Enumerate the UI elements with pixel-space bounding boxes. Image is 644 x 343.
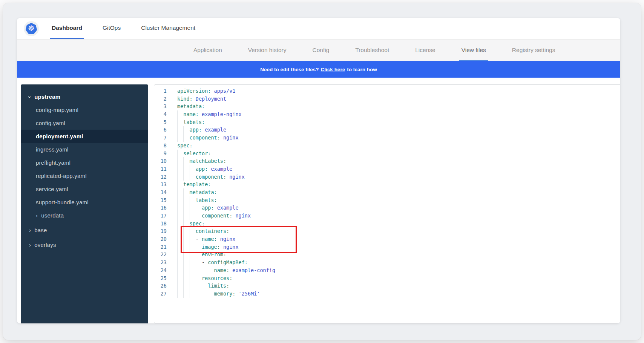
- code-editor[interactable]: 1apiVersion: apps/v12kind: Deployment3me…: [154, 84, 620, 323]
- indent-guide: [190, 235, 196, 243]
- indent-guide: [177, 212, 183, 220]
- line-number: 8: [154, 142, 173, 150]
- indent-guide: [183, 251, 189, 259]
- indent-guide: [183, 126, 189, 134]
- file-config-map-yaml[interactable]: config-map.yaml: [21, 103, 148, 116]
- tree-item-label: deployment.yaml: [36, 133, 83, 139]
- folder-overlays[interactable]: ›overlays: [21, 238, 148, 251]
- indent-guide: [177, 220, 183, 228]
- indent-guide: [177, 204, 183, 212]
- line-number: 18: [154, 220, 173, 228]
- tab-application[interactable]: Application: [191, 40, 224, 61]
- file-service-yaml[interactable]: service.yaml: [21, 182, 148, 196]
- file-support-bundle-yaml[interactable]: support-bundle.yaml: [21, 196, 148, 209]
- indent-guide: [183, 196, 189, 204]
- code-text: image: nginx: [173, 243, 239, 251]
- folder-upstream[interactable]: ›upstream: [21, 90, 148, 103]
- indent-guide: [196, 266, 202, 274]
- indent-guide: [196, 204, 202, 212]
- line-number: 12: [154, 173, 173, 181]
- indent-guide: [177, 181, 183, 188]
- indent-guide: [190, 212, 196, 220]
- code-line-11: 11app: example: [154, 165, 620, 173]
- code-text: component: nginx: [173, 212, 251, 220]
- code-text: selector:: [173, 150, 211, 158]
- code-text: kind: Deployment: [173, 95, 226, 103]
- code-line-18: 18spec:: [154, 220, 620, 228]
- tab-dashboard[interactable]: Dashboard: [50, 18, 84, 39]
- click-here-link[interactable]: Click here: [321, 67, 345, 72]
- indent-guide: [177, 282, 183, 290]
- indent-guide: [190, 196, 196, 204]
- code-text: app: example: [173, 165, 232, 173]
- tab-troubleshoot[interactable]: Troubleshoot: [353, 40, 391, 61]
- code-line-16: 16app: example: [154, 204, 620, 212]
- line-number: 25: [154, 274, 173, 282]
- file-replicated-app-yaml[interactable]: replicated-app.yaml: [21, 169, 148, 182]
- code-line-13: 13template:: [154, 181, 620, 188]
- indent-guide: [208, 266, 214, 274]
- browser-viewport: ☸ DashboardGitOpsCluster Management Appl…: [3, 3, 641, 340]
- file-ingress-yaml[interactable]: ingress.yaml: [21, 143, 148, 156]
- tree-item-label: userdata: [41, 212, 64, 219]
- code-text: labels:: [173, 118, 205, 126]
- line-number: 4: [154, 110, 173, 118]
- indent-guide: [190, 173, 196, 181]
- tree-item-label: replicated-app.yaml: [36, 173, 87, 179]
- indent-guide: [177, 150, 183, 158]
- tree-item-label: base: [34, 227, 47, 233]
- tab-version-history[interactable]: Version history: [246, 40, 289, 61]
- code-text: limits:: [173, 282, 229, 290]
- code-text: spec:: [173, 220, 205, 228]
- code-line-5: 5labels:: [154, 118, 620, 126]
- code-text: metadata:: [173, 103, 205, 110]
- file-config-yaml[interactable]: config.yaml: [21, 116, 148, 130]
- admin-console-card: ☸ DashboardGitOpsCluster Management Appl…: [17, 18, 620, 323]
- code-line-20: 20- name: nginx: [154, 235, 620, 243]
- indent-guide: [183, 188, 189, 196]
- line-number: 7: [154, 134, 173, 142]
- indent-guide: [177, 266, 183, 274]
- code-line-6: 6app: example: [154, 126, 620, 134]
- folder-userdata[interactable]: ›userdata: [21, 209, 148, 222]
- indent-guide: [196, 290, 202, 298]
- code-text: app: example: [173, 126, 226, 134]
- indent-guide: [183, 274, 189, 282]
- indent-guide: [177, 188, 183, 196]
- tree-item-label: service.yaml: [36, 186, 68, 192]
- tree-item-label: config-map.yaml: [36, 107, 78, 113]
- indent-guide: [177, 196, 183, 204]
- indent-guide: [177, 134, 183, 142]
- folder-base[interactable]: ›base: [21, 224, 148, 237]
- line-number: 3: [154, 103, 173, 110]
- tree-item-label: preflight.yaml: [36, 159, 71, 166]
- code-text: component: nginx: [173, 134, 239, 142]
- code-text: envFrom:: [173, 251, 226, 259]
- indent-guide: [202, 282, 208, 290]
- tab-license[interactable]: License: [413, 40, 437, 61]
- code-line-21: 21image: nginx: [154, 243, 620, 251]
- tab-gitops[interactable]: GitOps: [101, 18, 122, 39]
- tab-registry-settings[interactable]: Registry settings: [510, 40, 558, 61]
- code-line-17: 17component: nginx: [154, 212, 620, 220]
- tab-cluster-management[interactable]: Cluster Management: [140, 18, 197, 39]
- code-text: name: example-nginx: [173, 110, 242, 118]
- indent-guide: [190, 165, 196, 173]
- tree-item-label: upstream: [34, 93, 60, 100]
- code-line-14: 14metadata:: [154, 188, 620, 196]
- code-line-4: 4name: example-nginx: [154, 110, 620, 118]
- tab-view-files[interactable]: View files: [459, 40, 488, 61]
- indent-guide: [190, 290, 196, 298]
- tab-config[interactable]: Config: [310, 40, 332, 61]
- file-preflight-yaml[interactable]: preflight.yaml: [21, 156, 148, 169]
- indent-guide: [196, 212, 202, 220]
- line-number: 26: [154, 282, 173, 290]
- indent-guide: [183, 227, 189, 235]
- code-text: spec:: [173, 142, 193, 150]
- file-deployment-yaml[interactable]: deployment.yaml: [21, 130, 148, 143]
- code-line-26: 26limits:: [154, 282, 620, 290]
- indent-guide: [183, 134, 189, 142]
- chevron-right-icon: ›: [29, 242, 31, 248]
- indent-guide: [183, 235, 189, 243]
- indent-guide: [183, 173, 189, 181]
